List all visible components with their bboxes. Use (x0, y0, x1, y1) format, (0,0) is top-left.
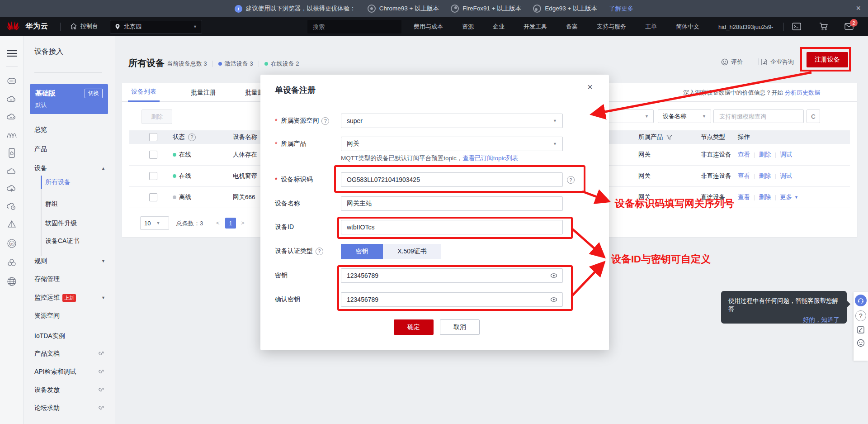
device-search-input[interactable] (718, 113, 800, 120)
sidebar-item-monitor[interactable]: 监控运维 上新 ▼ (24, 291, 115, 305)
prev-page-button[interactable]: < (216, 219, 220, 226)
debug-link[interactable]: 调试 (780, 151, 792, 159)
cart-icon[interactable] (819, 22, 828, 31)
nav-item-devtools[interactable]: 开发工具 (524, 23, 547, 31)
next-page-button[interactable]: > (241, 219, 245, 226)
enterprise-consult-button[interactable]: 企业咨询 (761, 56, 794, 68)
secret-input[interactable] (341, 268, 563, 283)
nav-item-resources[interactable]: 资源 (462, 23, 474, 31)
topic-list-link[interactable]: 查看已订阅topic列表 (462, 155, 518, 162)
cancel-button[interactable]: 取消 (440, 319, 480, 335)
confirm-secret-input[interactable] (341, 292, 563, 307)
device-code-input[interactable] (341, 172, 563, 187)
prism-icon[interactable] (7, 220, 17, 229)
view-link[interactable]: 查看 (738, 151, 750, 159)
delete-link[interactable]: 删除 (759, 151, 771, 159)
nav-item-cost[interactable]: 费用与成本 (414, 23, 443, 31)
review-button[interactable]: 评价 (721, 56, 743, 68)
sidebar-item-resource-space[interactable]: 资源空间 (24, 309, 115, 323)
nav-item-support[interactable]: 支持与服务 (597, 23, 626, 31)
region-selector[interactable]: 北京四 ▼ (110, 20, 202, 33)
assistant-dismiss-link[interactable]: 好的，知道了 (728, 316, 840, 324)
code-help-icon[interactable]: ? (567, 176, 575, 184)
auth-help-icon[interactable]: ? (316, 248, 323, 255)
sidebar-item-api[interactable]: API检索和调试 (24, 365, 115, 379)
nav-item-language[interactable]: 简体中文 (676, 23, 699, 31)
current-page[interactable]: 1 (225, 218, 236, 229)
console-link[interactable]: 控制台 (70, 22, 98, 30)
sidebar-item-forum[interactable]: 论坛求助 (24, 401, 115, 415)
sidebar-item-groups[interactable]: 群组 (24, 197, 115, 211)
page-size-select[interactable]: 10 ▼ (140, 216, 169, 230)
learn-more-link[interactable]: 了解更多 (609, 5, 633, 13)
version-card[interactable]: 基础版 切换 默认 (30, 84, 108, 114)
huawei-logo[interactable] (6, 20, 20, 33)
messages-icon[interactable]: 2 (844, 23, 854, 30)
global-search[interactable] (307, 20, 401, 33)
help-icon[interactable]: ? (855, 310, 866, 321)
row-checkbox[interactable] (149, 151, 157, 159)
sidebar-item-overview[interactable]: 总览 (24, 123, 115, 137)
view-link[interactable]: 查看 (738, 172, 750, 180)
ok-button[interactable]: 确定 (394, 319, 434, 335)
account-name[interactable]: hid_h28td393juu2s9- (718, 24, 773, 30)
device-id-input[interactable] (341, 220, 563, 234)
cloud-clock-icon[interactable] (7, 202, 17, 210)
sidebar-item-all-devices[interactable]: 所有设备 (24, 176, 115, 189)
cloud-server-icon[interactable] (7, 113, 17, 121)
field-filter[interactable]: 设备名称 ▼ (658, 110, 711, 123)
cloud-dots-icon[interactable] (7, 95, 17, 103)
sidebar-item-firmware[interactable]: 软固件升级 (24, 217, 115, 230)
cloud-icon[interactable] (7, 167, 17, 175)
tab-device-list[interactable]: 设备列表 (128, 83, 160, 102)
close-icon[interactable]: × (587, 82, 593, 92)
banner-close-icon[interactable]: × (856, 4, 861, 13)
delete-link[interactable]: 删除 (759, 193, 771, 201)
brand-name[interactable]: 华为云 (25, 22, 48, 31)
cloud-upload-icon[interactable] (7, 185, 17, 193)
device-search[interactable] (713, 110, 804, 123)
sidebar-item-rules[interactable]: 规则 ▼ (24, 254, 115, 268)
space-help-icon[interactable]: ? (321, 117, 329, 125)
more-link[interactable]: 更多▼ (780, 193, 798, 201)
sidebar-item-product[interactable]: 产品 (24, 143, 115, 156)
nav-item-enterprise[interactable]: 企业 (493, 23, 505, 31)
analyze-history-link[interactable]: 分析历史数据 (785, 89, 820, 96)
menu-icon[interactable] (7, 50, 17, 57)
show-confirm-eye-icon[interactable] (550, 296, 557, 303)
nav-item-ticket[interactable]: 工单 (645, 23, 657, 31)
cluster-icon[interactable] (7, 258, 17, 267)
cli-icon[interactable] (792, 23, 801, 30)
smiley-icon[interactable] (856, 338, 865, 348)
sidebar-item-docs[interactable]: 产品文档 (24, 347, 115, 361)
waves-icon[interactable] (6, 130, 17, 138)
ip-icon[interactable]: IP (7, 238, 17, 248)
auth-secret-option[interactable]: 密钥 (341, 244, 383, 259)
globe-icon[interactable] (7, 276, 17, 286)
sidebar-item-iotda[interactable]: IoTDA实例 (24, 329, 115, 343)
register-device-button[interactable]: 注册设备 (807, 52, 848, 67)
filter-funnel-icon[interactable] (666, 134, 672, 140)
status-help-icon[interactable]: ? (188, 133, 196, 141)
switch-version-button[interactable]: 切换 (85, 89, 103, 98)
nav-item-icp[interactable]: 备案 (566, 23, 578, 31)
delete-button[interactable]: 删除 (142, 110, 172, 124)
delete-link[interactable]: 删除 (759, 172, 771, 180)
global-search-input[interactable] (312, 23, 393, 31)
device-icon[interactable] (8, 148, 15, 158)
view-link[interactable]: 查看 (738, 193, 750, 201)
space-select[interactable]: super▼ (341, 114, 563, 128)
select-all-checkbox[interactable] (149, 133, 157, 141)
device-name-input[interactable] (341, 196, 563, 211)
sidebar-item-storage[interactable]: 存储管理 (24, 272, 115, 286)
refresh-button[interactable]: C (807, 110, 820, 123)
sidebar-item-provision[interactable]: 设备发放 (24, 383, 115, 397)
row-checkbox[interactable] (149, 193, 157, 201)
debug-link[interactable]: 调试 (780, 172, 792, 180)
product-select[interactable]: 网关▼ (341, 137, 563, 151)
row-checkbox[interactable] (149, 172, 157, 180)
sidebar-item-ca-cert[interactable]: 设备CA证书 (24, 234, 115, 248)
feedback-icon[interactable] (856, 325, 865, 334)
show-secret-eye-icon[interactable] (550, 272, 557, 279)
server-icon[interactable] (7, 76, 17, 86)
